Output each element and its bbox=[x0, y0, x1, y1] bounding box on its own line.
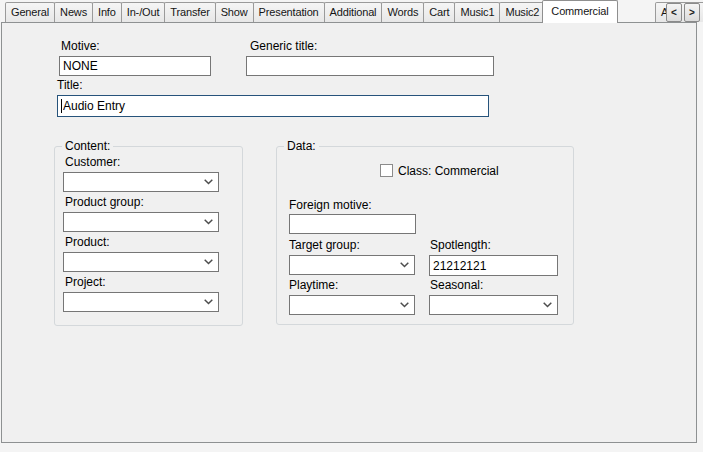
product-label: Product: bbox=[65, 235, 110, 249]
customer-select[interactable] bbox=[63, 172, 219, 192]
tab-news[interactable]: News bbox=[54, 2, 93, 22]
project-label: Project: bbox=[65, 275, 106, 289]
chevron-down-icon bbox=[400, 262, 409, 268]
product-group-select[interactable] bbox=[63, 212, 219, 232]
chevron-down-icon bbox=[543, 302, 552, 308]
class-commercial-checkbox[interactable] bbox=[380, 164, 393, 177]
tab-commercial[interactable]: Commercial bbox=[542, 0, 617, 23]
tab-transfer[interactable]: Transfer bbox=[164, 2, 215, 22]
chevron-down-icon bbox=[204, 299, 213, 305]
playtime-select[interactable] bbox=[289, 295, 415, 315]
data-group-label: Data: bbox=[284, 139, 319, 153]
foreign-motive-input[interactable] bbox=[289, 214, 416, 234]
project-select[interactable] bbox=[63, 292, 219, 312]
title-label: Title: bbox=[57, 78, 83, 92]
content-group-label: Content: bbox=[62, 139, 113, 153]
customer-label: Customer: bbox=[65, 155, 120, 169]
tab-cart[interactable]: Cart bbox=[423, 2, 455, 22]
tab-general[interactable]: General bbox=[5, 2, 55, 22]
tab-presentation[interactable]: Presentation bbox=[253, 2, 325, 22]
tab-bar: General News Info In-/Out Transfer Show … bbox=[5, 0, 616, 22]
title-input[interactable] bbox=[57, 95, 489, 117]
chevron-down-icon bbox=[204, 219, 213, 225]
scroll-left-icon: < bbox=[671, 7, 677, 18]
tab-in-out[interactable]: In-/Out bbox=[121, 2, 166, 22]
spotlength-label: Spotlength: bbox=[430, 238, 491, 252]
chevron-down-icon bbox=[400, 302, 409, 308]
product-group-label: Product group: bbox=[65, 195, 144, 209]
target-group-label: Target group: bbox=[289, 238, 360, 252]
motive-label: Motive: bbox=[61, 39, 100, 53]
text-caret bbox=[61, 99, 62, 113]
generic-title-label: Generic title: bbox=[250, 39, 317, 53]
seasonal-label: Seasonal: bbox=[430, 278, 483, 292]
tab-scroll-left-button[interactable]: < bbox=[666, 3, 682, 22]
chevron-down-icon bbox=[204, 179, 213, 185]
class-commercial-checkbox-label: Class: Commercial bbox=[398, 164, 499, 178]
tab-words[interactable]: Words bbox=[381, 2, 424, 22]
product-select[interactable] bbox=[63, 252, 219, 272]
commercial-properties-dialog: General News Info In-/Out Transfer Show … bbox=[0, 0, 703, 452]
playtime-label: Playtime: bbox=[289, 278, 338, 292]
tab-show[interactable]: Show bbox=[215, 2, 254, 22]
seasonal-select[interactable] bbox=[429, 295, 558, 315]
tab-scroll-right-button[interactable]: > bbox=[684, 3, 700, 22]
tab-info[interactable]: Info bbox=[92, 2, 122, 22]
tab-music2[interactable]: Music2 bbox=[499, 2, 545, 22]
spotlength-input[interactable] bbox=[429, 255, 558, 276]
motive-input[interactable] bbox=[59, 56, 211, 76]
foreign-motive-label: Foreign motive: bbox=[289, 198, 372, 212]
generic-title-input[interactable] bbox=[246, 56, 494, 76]
tab-music1[interactable]: Music1 bbox=[454, 2, 500, 22]
tab-additional[interactable]: Additional bbox=[324, 2, 383, 22]
target-group-select[interactable] bbox=[289, 255, 415, 275]
chevron-down-icon bbox=[204, 259, 213, 265]
scroll-right-icon: > bbox=[689, 7, 695, 18]
